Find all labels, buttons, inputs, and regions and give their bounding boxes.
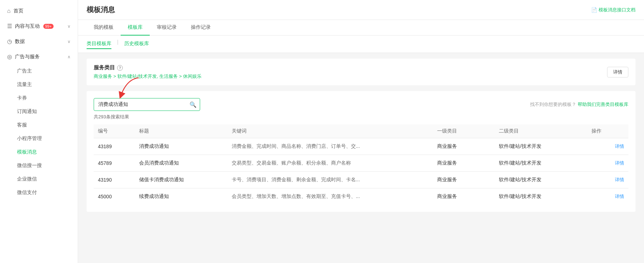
cell-action-3: 详情 [587,188,628,205]
search-input-container: 🔍 [94,98,200,111]
search-bar-row: 🔍 找不到你想要的模板？ 帮助我们完善类目模板库 [94,98,628,111]
sidebar-item-enterprise-wechat[interactable]: 企业微信 [0,172,78,186]
search-help-text: 找不到你想要的模板？ 帮助我们完善类目模板库 [530,101,628,108]
sidebar-item-data[interactable]: ◷ 数据 ∨ [0,34,78,49]
sidebar-item-miniapp[interactable]: 小程序管理 [0,132,78,145]
sidebar-item-wechat-pay[interactable]: 微信支付 [0,186,78,199]
sidebar-item-wechat-search[interactable]: 微信搜一搜 [0,159,78,172]
sidebar-item-publisher[interactable]: 流量主 [0,78,78,91]
tab-review-records-label: 审核记录 [157,24,177,30]
cell-id-3: 45000 [94,188,135,205]
search-section: 🔍 找不到你想要的模板？ 帮助我们完善类目模板库 [87,91,635,212]
table-row: 45000 续费成功通知 会员类型、增加天数、增加点数、有效期至、充值卡号、..… [94,188,628,205]
cell-keywords-0: 消费金额、完成时间、商品名称、消费门店、订单号、交... [227,138,433,155]
detail-link-3[interactable]: 详情 [615,194,624,199]
detail-link-2[interactable]: 详情 [615,177,624,182]
cell-id-0: 43189 [94,138,135,155]
template-msg-label: 模板消息 [17,149,37,155]
result-count: 共293条搜索结果 [94,114,628,120]
cell-keywords-2: 卡号、消费项目、消费金额、剩余金额、完成时间、卡名... [227,172,433,188]
cell-id-2: 43190 [94,172,135,188]
home-icon: ⌂ [7,8,11,14]
chevron-down-icon-2: ∨ [67,39,71,44]
search-help-link[interactable]: 帮助我们完善类目模板库 [578,102,628,107]
tab-review-records[interactable]: 审核记录 [150,20,184,36]
header-action-label: 操作 [591,128,601,134]
search-help-label: 找不到你想要的模板？ [530,102,576,107]
template-table: 编号 标题 关键词 一级类目 二级类目 [94,124,628,205]
sidebar-item-ads[interactable]: ◎ 广告与服务 ∧ [0,49,78,64]
tab-operation-records-label: 操作记录 [191,24,211,30]
chevron-down-icon: ∨ [67,24,71,29]
service-category-card: 服务类目 ? 商业服务 > 软件/建站/技术开发, 生活服务 > 休闲娱乐 详情 [87,59,635,85]
sidebar-item-advertiser[interactable]: 广告主 [0,64,78,78]
enterprise-wechat-label: 企业微信 [17,176,37,182]
header-cat2-label: 二级类目 [499,128,519,134]
data-icon: ◷ [7,38,12,45]
coupon-label: 卡券 [17,95,27,101]
sub-tab-history-library[interactable]: 历史模板库 [124,39,149,49]
header-title-label: 标题 [139,128,149,134]
sub-tab-history-label: 历史模板库 [124,41,149,46]
sidebar-item-content[interactable]: ☰ 内容与互动 99+ ∨ [0,18,78,34]
table-header-action: 操作 [587,124,628,138]
sub-tab-category-library[interactable]: 类目模板库 [87,39,111,49]
content-area: 服务类目 ? 商业服务 > 软件/建站/技术开发, 生活服务 > 休闲娱乐 详情… [78,53,644,263]
question-icon[interactable]: ? [117,65,123,71]
service-category-breadcrumb: 商业服务 > 软件/建站/技术开发, 生活服务 > 休闲娱乐 [94,73,202,80]
detail-link-0[interactable]: 详情 [615,144,624,149]
cell-cat1-3: 商业服务 [433,188,495,205]
header-keywords-label: 关键词 [232,128,247,134]
sidebar-item-home-label: 首页 [13,8,23,14]
publisher-label: 流量主 [17,81,32,87]
sidebar-item-data-label: 数据 [15,38,25,45]
sidebar-item-order-notify[interactable]: 订阅通知 [0,105,78,118]
sidebar-item-ads-label: 广告与服务 [15,54,40,60]
service-category-title: 服务类目 ? [94,64,202,71]
miniapp-label: 小程序管理 [17,135,42,141]
cell-title-0: 消费成功通知 [135,138,227,155]
search-icon[interactable]: 🔍 [189,101,197,108]
table-header-cat2: 二级类目 [495,124,587,138]
main-tabs: 我的模板 模板库 审核记录 操作记录 [78,20,644,36]
sub-tabs: 类目模板库 | 历史模板库 [78,36,644,53]
cell-cat2-3: 软件/建站/技术开发 [495,188,587,205]
advertiser-label: 广告主 [17,68,32,74]
search-input-wrapper: 🔍 [94,98,200,111]
doc-link[interactable]: 📄 模板消息接口文档 [591,7,635,13]
wechat-pay-label: 微信支付 [17,189,37,195]
service-category-breadcrumb-text: 商业服务 > 软件/建站/技术开发, 生活服务 > 休闲娱乐 [94,74,202,79]
page-title: 模板消息 [87,5,115,15]
sidebar-item-template-msg[interactable]: 模板消息 [0,145,78,159]
cell-cat2-2: 软件/建站/技术开发 [495,172,587,188]
chevron-up-icon: ∧ [67,54,71,59]
sidebar-item-home[interactable]: ⌂ 首页 [0,4,78,18]
cell-cat1-0: 商业服务 [433,138,495,155]
header-id-label: 编号 [98,128,108,134]
cell-action-1: 详情 [587,155,628,172]
search-input[interactable] [94,98,200,111]
table-header-keywords: 关键词 [227,124,433,138]
table-row: 43189 消费成功通知 消费金额、完成时间、商品名称、消费门店、订单号、交..… [94,138,628,155]
table-row: 43190 储值卡消费成功通知 卡号、消费项目、消费金额、剩余金额、完成时间、卡… [94,172,628,188]
cell-title-3: 续费成功通知 [135,188,227,205]
content-icon: ☰ [7,23,12,29]
tab-template-library[interactable]: 模板库 [121,20,150,36]
cell-cat2-1: 软件/建站/技术开发 [495,155,587,172]
detail-link-1[interactable]: 详情 [615,160,624,166]
doc-icon: 📄 [591,7,597,13]
sidebar-item-customer-service[interactable]: 客服 [0,118,78,132]
tab-template-library-label: 模板库 [128,24,143,30]
cell-cat2-0: 软件/建站/技术开发 [495,138,587,155]
cell-cat1-1: 商业服务 [433,155,495,172]
sidebar-item-coupon[interactable]: 卡券 [0,91,78,105]
cell-action-0: 详情 [587,138,628,155]
customer-service-label: 客服 [17,122,27,128]
tab-my-templates[interactable]: 我的模板 [87,20,121,36]
tab-operation-records[interactable]: 操作记录 [184,20,218,36]
tab-my-templates-label: 我的模板 [94,24,114,30]
wechat-search-label: 微信搜一搜 [17,162,42,168]
service-category-detail-btn[interactable]: 详情 [607,67,628,77]
ads-children: 广告主 流量主 卡券 订阅通知 客服 小程序管理 模板消息 [0,64,78,159]
table-row: 45789 会员消费成功通知 交易类型、交易金额、账户余额、积分余额、商户名称 … [94,155,628,172]
